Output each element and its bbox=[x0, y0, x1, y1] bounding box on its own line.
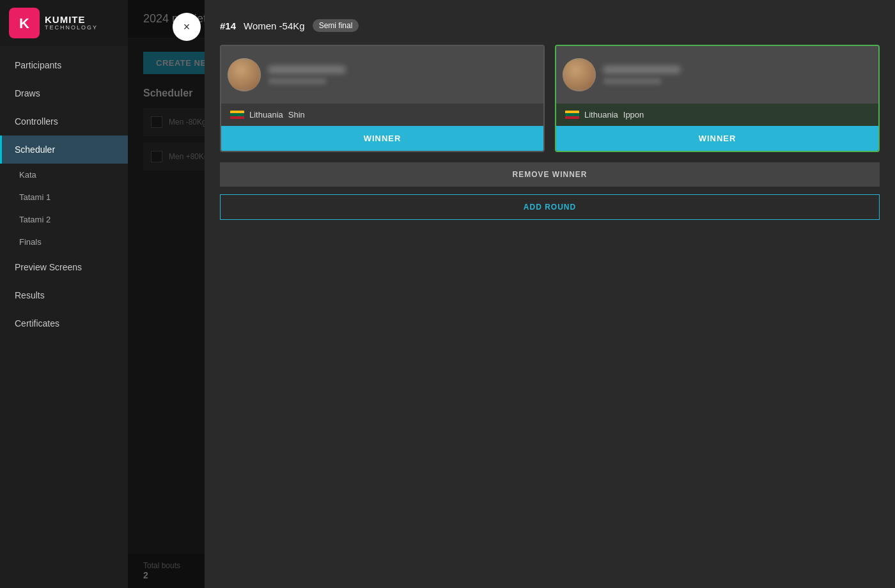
winner-button-1[interactable]: WINNER bbox=[221, 126, 543, 151]
fighters-row: Lithuania Shin WINNER bbox=[220, 45, 880, 152]
modal-match-number: #14 bbox=[220, 20, 236, 31]
fighter-2-avatar-image bbox=[563, 58, 596, 91]
fighter-2-score: Ippon bbox=[623, 110, 644, 120]
sidebar-item-preview-screens[interactable]: Preview Screens bbox=[0, 253, 128, 281]
kumite-logo-icon: K bbox=[9, 8, 40, 38]
logo-text: KUMITE TECHNOLOGY bbox=[45, 15, 98, 31]
svg-text:K: K bbox=[19, 15, 29, 31]
sidebar-item-certificates[interactable]: Certificates bbox=[0, 309, 128, 337]
fighter-1-avatar-image bbox=[228, 58, 261, 91]
fighter-1-avatar-area bbox=[221, 46, 543, 104]
fighter-1-info bbox=[268, 66, 345, 84]
modal-round-badge: Semi final bbox=[313, 19, 359, 32]
fighter-2-flag bbox=[565, 111, 579, 120]
fighter-2-name-sub bbox=[603, 78, 661, 84]
fighter-2-country-row: Lithuania Ippon bbox=[556, 104, 878, 126]
fighter-1-country: Lithuania bbox=[249, 110, 283, 120]
modal-header: #14 Women -54Kg Semi final bbox=[220, 13, 880, 32]
fighter-2-country: Lithuania bbox=[584, 110, 618, 120]
fighter-1-flag bbox=[230, 111, 244, 120]
fighter-2-info bbox=[603, 66, 680, 84]
logo: K KUMITE TECHNOLOGY bbox=[0, 0, 128, 46]
modal-category: Women -54Kg bbox=[244, 20, 305, 31]
fighter-2-name bbox=[603, 66, 680, 74]
winner-button-2[interactable]: WINNER bbox=[556, 126, 878, 151]
sidebar-item-draws[interactable]: Draws bbox=[0, 79, 128, 107]
sidebar: K KUMITE TECHNOLOGY Participants Draws C… bbox=[0, 0, 128, 588]
sidebar-item-participants[interactable]: Participants bbox=[0, 51, 128, 79]
fighter-1-avatar bbox=[228, 58, 261, 91]
fighter-2-avatar bbox=[563, 58, 596, 91]
fighter-1-name bbox=[268, 66, 345, 74]
modal-panel: #14 Women -54Kg Semi final bbox=[205, 0, 895, 588]
fighter-card-1: Lithuania Shin WINNER bbox=[220, 45, 545, 152]
fighter-2-avatar-area bbox=[556, 46, 878, 104]
sidebar-navigation: Participants Draws Controllers Scheduler… bbox=[0, 46, 128, 337]
fighter-1-score: Shin bbox=[288, 110, 305, 120]
sidebar-item-tatami1[interactable]: Tatami 1 bbox=[0, 186, 128, 208]
sidebar-item-tatami2[interactable]: Tatami 2 bbox=[0, 208, 128, 231]
add-round-button[interactable]: ADD ROUND bbox=[220, 194, 880, 220]
main-area: 2024 m. Lietuvos Kiokušin Kara… CREATE N… bbox=[128, 0, 895, 588]
modal-overlay: × #14 Women -54Kg Semi final bbox=[128, 0, 895, 588]
remove-winner-button[interactable]: REMOVE WINNER bbox=[220, 162, 880, 187]
fighter-1-name-sub bbox=[268, 78, 326, 84]
sidebar-item-scheduler[interactable]: Scheduler bbox=[0, 135, 128, 164]
fighter-card-2: Lithuania Ippon WINNER bbox=[555, 45, 880, 152]
sidebar-item-finals[interactable]: Finals bbox=[0, 231, 128, 253]
sidebar-item-kata[interactable]: Kata bbox=[0, 164, 128, 186]
close-button[interactable]: × bbox=[173, 13, 201, 41]
fighter-1-country-row: Lithuania Shin bbox=[221, 104, 543, 126]
close-icon: × bbox=[183, 20, 191, 34]
sidebar-item-controllers[interactable]: Controllers bbox=[0, 107, 128, 135]
sidebar-item-results[interactable]: Results bbox=[0, 281, 128, 309]
